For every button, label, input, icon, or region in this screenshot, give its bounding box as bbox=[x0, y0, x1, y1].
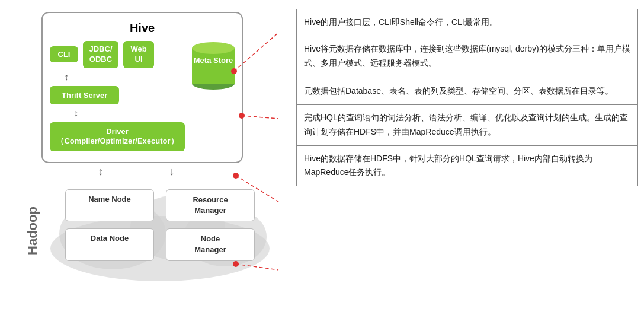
thrift-server: Thrift Server bbox=[50, 86, 119, 104]
data-node: Data Node bbox=[65, 228, 154, 260]
annotations-area: Hive的用户接口层，CLI即Shell命令行，CLI最常用。 Hive将元数据… bbox=[290, 6, 638, 328]
node-manager: Node Manager bbox=[166, 228, 255, 260]
hive-title: Hive bbox=[50, 21, 235, 35]
hadoop-label: Hadoop bbox=[25, 206, 40, 255]
hive-to-hadoop-arrows: ↕ ↓ bbox=[65, 166, 207, 178]
cli-button: CLI bbox=[50, 46, 78, 62]
driver-button: Driver（Compiler/Optimizer/Executor） bbox=[50, 122, 185, 151]
annotation-4: Hive的数据存储在HDFS中，针对大部分的HQL查询请求，Hive内部自动转换… bbox=[296, 145, 638, 187]
annotation-2: Hive将元数据存储在数据库中，连接到这些数据库(mysql, derby)的模… bbox=[296, 36, 638, 105]
name-node: Name Node bbox=[65, 189, 154, 221]
annotation-1: Hive的用户接口层，CLI即Shell命令行，CLI最常用。 bbox=[296, 9, 638, 36]
annotation-3: 完成HQL的查询语句的词法分析、语法分析、编译、优化以及查询计划的生成。生成的查… bbox=[296, 104, 638, 146]
hadoop-area: Hadoop Name Node Resource Manager Data N… bbox=[24, 180, 273, 281]
resource-manager: Resource Manager bbox=[166, 189, 255, 221]
hadoop-nodes: Name Node Resource Manager Data Node Nod… bbox=[65, 189, 255, 261]
jdbc-button: JDBC/ ODBC bbox=[83, 41, 118, 68]
hive-box: Hive CLI JDBC/ ODBC Web UI ↕ bbox=[41, 12, 243, 163]
webui-button: Web UI bbox=[123, 41, 154, 68]
metastore: Meta Store bbox=[192, 42, 235, 90]
diagram-area: Hive CLI JDBC/ ODBC Web UI ↕ bbox=[6, 6, 290, 328]
